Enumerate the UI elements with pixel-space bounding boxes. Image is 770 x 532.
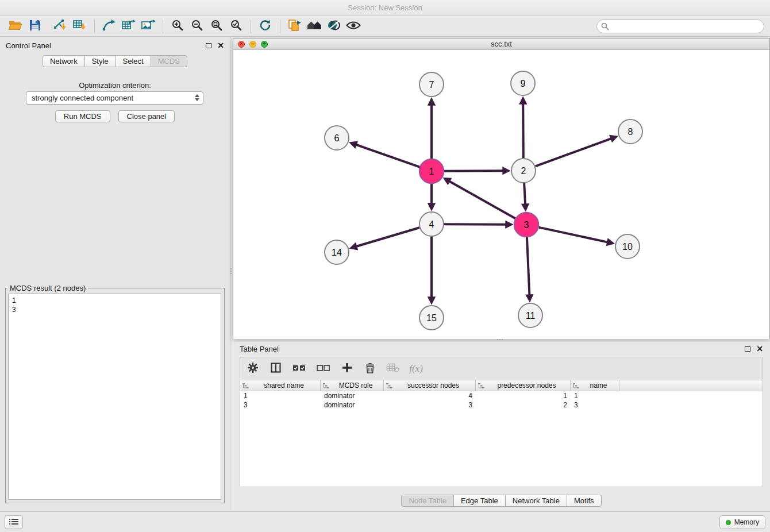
column-header-shared-name[interactable]: shared name bbox=[240, 380, 321, 391]
edge-2-9[interactable] bbox=[523, 104, 523, 158]
float-table-panel-icon[interactable] bbox=[745, 346, 750, 352]
home-button[interactable] bbox=[305, 18, 324, 35]
table-cell: 1 bbox=[571, 392, 619, 400]
tab-edge-table[interactable]: Edge Table bbox=[453, 495, 506, 507]
delete-table-button[interactable] bbox=[386, 361, 400, 376]
function-builder-button[interactable]: f(x) bbox=[409, 361, 423, 376]
column-header-predecessor-nodes[interactable]: predecessor nodes bbox=[476, 380, 571, 391]
node-1[interactable]: 1 bbox=[419, 159, 444, 183]
zoom-out-button[interactable] bbox=[187, 18, 207, 35]
selected-option-label: strongly connected component bbox=[32, 94, 133, 102]
copy-annotation-button[interactable] bbox=[285, 18, 305, 35]
edge-3-1[interactable] bbox=[449, 182, 515, 219]
tab-select[interactable]: Select bbox=[116, 55, 151, 67]
tab-mcds[interactable]: MCDS bbox=[151, 55, 187, 67]
zoom-in-button[interactable] bbox=[168, 18, 187, 35]
task-history-button[interactable] bbox=[5, 515, 23, 529]
style-venn-button[interactable] bbox=[324, 18, 344, 35]
svg-text:1: 1 bbox=[429, 167, 434, 176]
edge-1-6[interactable] bbox=[356, 145, 419, 167]
close-table-panel-icon[interactable]: ✕ bbox=[756, 345, 763, 353]
select-all-columns-button[interactable] bbox=[292, 361, 307, 376]
memory-status-icon bbox=[726, 520, 731, 525]
add-column-button[interactable] bbox=[340, 361, 354, 376]
column-browser-button[interactable] bbox=[269, 361, 283, 376]
edge-4-14[interactable] bbox=[357, 228, 419, 246]
node-9[interactable]: 9 bbox=[511, 71, 535, 95]
table-cell: 3 bbox=[384, 401, 476, 409]
zoom-selected-button[interactable] bbox=[226, 18, 246, 35]
node-2[interactable]: 2 bbox=[511, 159, 536, 183]
deselect-all-icon bbox=[316, 363, 331, 375]
tab-motifs[interactable]: Motifs bbox=[567, 495, 602, 507]
node-14[interactable]: 14 bbox=[325, 240, 349, 264]
vertical-splitter[interactable] bbox=[229, 264, 233, 278]
table-row[interactable]: 3dominator323 bbox=[240, 400, 763, 410]
zoom-fit-button[interactable] bbox=[207, 18, 226, 35]
node-6[interactable]: 6 bbox=[325, 126, 349, 150]
import-network-button[interactable] bbox=[51, 18, 70, 35]
edge-2-8[interactable] bbox=[536, 138, 611, 166]
network-graph[interactable]: 7968124314101511 bbox=[233, 50, 769, 339]
show-hide-button[interactable] bbox=[344, 18, 363, 35]
refresh-view-button[interactable] bbox=[256, 18, 275, 35]
memory-button[interactable]: Memory bbox=[719, 515, 765, 529]
delete-column-button[interactable] bbox=[363, 361, 377, 376]
network-canvas[interactable]: 7968124314101511 bbox=[233, 50, 769, 339]
edge-2-3[interactable] bbox=[524, 183, 525, 204]
node-10[interactable]: 10 bbox=[615, 234, 640, 259]
attribute-icon bbox=[323, 383, 329, 389]
edge-1-2[interactable] bbox=[444, 171, 503, 171]
delete-table-icon bbox=[386, 363, 400, 375]
zoom-in-icon bbox=[171, 19, 184, 33]
column-header-successor-nodes[interactable]: successor nodes bbox=[384, 380, 476, 391]
add-icon bbox=[341, 362, 353, 375]
close-panel-button[interactable]: Close panel bbox=[118, 110, 175, 122]
deselect-all-columns-button[interactable] bbox=[316, 361, 331, 376]
column-header-label: MCDS role bbox=[330, 381, 381, 390]
table-cell: 1 bbox=[240, 392, 321, 400]
export-table-button[interactable] bbox=[119, 18, 138, 35]
node-11[interactable]: 11 bbox=[518, 303, 542, 327]
table-row[interactable]: 1dominator411 bbox=[240, 391, 763, 400]
column-header-name[interactable]: name bbox=[571, 380, 619, 391]
network-share-icon bbox=[102, 19, 116, 33]
table-body: 1dominator4113dominator323 bbox=[240, 391, 763, 410]
tab-style[interactable]: Style bbox=[84, 55, 116, 67]
table-cell: dominator bbox=[321, 392, 384, 400]
tab-network[interactable]: Network bbox=[43, 55, 85, 67]
run-mcds-button[interactable]: Run MCDS bbox=[55, 110, 110, 122]
edge-3-11[interactable] bbox=[527, 237, 529, 295]
table-settings-button[interactable] bbox=[246, 361, 260, 376]
tab-network-table[interactable]: Network Table bbox=[505, 495, 567, 507]
table-tabs: Node TableEdge TableNetwork TableMotifs bbox=[233, 495, 770, 507]
tab-node-table[interactable]: Node Table bbox=[401, 495, 454, 507]
export-image-button[interactable] bbox=[138, 18, 158, 35]
column-browser-icon bbox=[270, 362, 282, 375]
node-7[interactable]: 7 bbox=[419, 72, 444, 97]
node-15[interactable]: 15 bbox=[419, 306, 444, 330]
edge-3-10[interactable] bbox=[539, 228, 607, 242]
export-image-icon bbox=[141, 19, 156, 33]
column-header-label: name bbox=[580, 381, 617, 390]
horizontal-splitter[interactable] bbox=[493, 338, 507, 341]
column-header-mcds-role[interactable]: MCDS role bbox=[321, 380, 384, 391]
float-panel-icon[interactable] bbox=[206, 43, 211, 48]
import-table-button[interactable] bbox=[70, 18, 90, 35]
search-input[interactable] bbox=[596, 20, 764, 33]
mcds-result-text[interactable]: 13 bbox=[8, 294, 221, 500]
search-icon bbox=[601, 22, 609, 32]
edge-4-3[interactable] bbox=[444, 224, 506, 225]
node-3[interactable]: 3 bbox=[514, 213, 538, 237]
close-panel-icon[interactable]: ✕ bbox=[217, 41, 224, 49]
home-icon bbox=[306, 19, 322, 33]
select-all-icon bbox=[292, 363, 307, 375]
node-4[interactable]: 4 bbox=[419, 212, 444, 236]
open-session-button[interactable] bbox=[6, 18, 25, 35]
svg-text:6: 6 bbox=[334, 133, 340, 143]
node-8[interactable]: 8 bbox=[618, 119, 642, 144]
save-session-button[interactable] bbox=[25, 18, 45, 35]
optimization-criterion-select[interactable]: strongly connected component bbox=[26, 91, 203, 105]
new-network-button[interactable] bbox=[99, 18, 119, 35]
network-window-titlebar[interactable]: scc.txt × − + bbox=[233, 38, 769, 50]
